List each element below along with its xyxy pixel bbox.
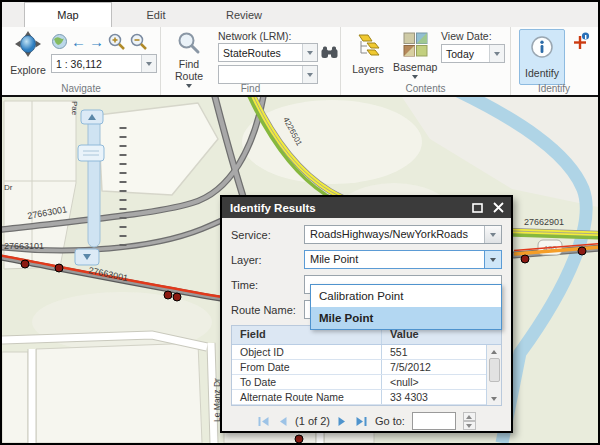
maximize-button[interactable] — [469, 201, 485, 215]
application-window: Map Edit Review Explore — [0, 0, 600, 445]
table-row[interactable]: Alternate Route Name 33 4303 — [232, 390, 486, 405]
map-view: 490 27663001 27663101 27663001 — [2, 95, 598, 443]
close-button[interactable] — [490, 201, 506, 215]
dialog-title: Identify Results — [230, 202, 316, 214]
identify-button[interactable]: Identify — [519, 29, 565, 85]
page-indicator: (1 of 2) — [295, 415, 330, 427]
spinner-down-button[interactable] — [463, 421, 476, 430]
basemap-dropdown-caret — [412, 75, 418, 79]
attribute-table: Field Value Object ID 551 From Date — [231, 325, 502, 406]
service-dropdown-arrow[interactable] — [484, 226, 501, 243]
dropdown-option-calibration-point[interactable]: Calibration Point — [311, 285, 501, 307]
identify-results-dialog: Identify Results Service: RoadsHighways/… — [220, 195, 513, 433]
next-record-button[interactable] — [337, 415, 348, 428]
explore-label: Explore — [8, 64, 48, 76]
previous-record-button[interactable] — [277, 415, 288, 428]
route-combobox[interactable] — [218, 65, 318, 84]
zoom-out-icon[interactable] — [129, 32, 148, 51]
dropdown-option-mile-point[interactable]: Mile Point — [311, 307, 501, 329]
explore-button[interactable]: Explore — [8, 30, 48, 76]
previous-extent-icon[interactable]: ← — [71, 33, 86, 50]
city-block — [36, 343, 202, 443]
next-extent-icon[interactable]: → — [89, 33, 104, 50]
basemap-label: Basemap — [393, 61, 437, 73]
full-extent-globe-icon[interactable] — [51, 33, 68, 50]
road-label-right: 27662901 — [524, 217, 564, 227]
network-value: StateRoutes — [219, 47, 302, 59]
table-row[interactable]: Object ID 551 — [232, 345, 486, 360]
basemap-button[interactable]: Basemap — [393, 32, 437, 79]
group-label-contents: Contents — [341, 83, 510, 94]
network-lrm-label: Network (LRM): — [218, 30, 292, 42]
basemap-icon — [403, 32, 428, 57]
binoculars-search-icon[interactable] — [321, 45, 338, 60]
service-combobox[interactable]: RoadsHighways/NewYorkRoads — [304, 225, 502, 244]
field-cell: Alternate Route Name — [232, 390, 382, 404]
table-rows: Object ID 551 From Date 7/5/2012 To Date… — [232, 345, 486, 405]
network-dropdown-arrow[interactable] — [302, 44, 317, 61]
value-cell: 551 — [382, 345, 486, 359]
explore-icon — [14, 30, 42, 58]
service-label: Service: — [231, 229, 304, 241]
identify-icon — [530, 35, 554, 59]
map-scale-combobox[interactable]: 1 : 36,112 — [51, 54, 157, 73]
layer-combobox[interactable]: Mile Point — [304, 250, 502, 269]
table-scrollbar[interactable] — [486, 345, 501, 405]
group-navigate: Explore ← → — [2, 27, 161, 95]
goto-record-input[interactable] — [412, 412, 456, 430]
map-scale-value: 1 : 36,112 — [52, 58, 141, 70]
first-record-button[interactable] — [257, 415, 270, 428]
value-cell: 7/5/2012 — [382, 360, 486, 374]
time-label: Time: — [231, 279, 304, 291]
view-date-value: Today — [442, 48, 489, 60]
slider-track[interactable] — [88, 112, 100, 247]
value-cell: <null> — [382, 375, 486, 389]
street-label-p: Pae — [70, 101, 79, 116]
last-record-button[interactable] — [355, 415, 368, 428]
find-route-button[interactable]: Find Route — [168, 31, 210, 88]
group-label-find: Find — [161, 83, 340, 94]
find-route-label-2: Route — [168, 70, 210, 82]
group-find: Find Route Network (LRM): StateRoutes Fi… — [161, 27, 341, 95]
tab-edit[interactable]: Edit — [112, 2, 200, 27]
slider-thumb[interactable] — [78, 145, 104, 161]
view-date-dropdown-arrow[interactable] — [489, 45, 504, 62]
close-icon — [493, 202, 504, 213]
goto-label: Go to: — [375, 415, 405, 427]
street-label-dr: Dr — [4, 183, 13, 192]
record-pager: (1 of 2) Go to: — [231, 412, 502, 430]
layer-dropdown-list: Calibration Point Mile Point — [310, 284, 502, 330]
city-block — [2, 352, 28, 443]
scrollbar-thumb[interactable] — [489, 358, 500, 382]
scroll-up-button[interactable] — [487, 345, 501, 358]
crosshair-info-icon[interactable] — [572, 32, 590, 50]
maximize-icon — [472, 203, 483, 213]
layers-icon — [355, 32, 381, 58]
layers-label: Layers — [349, 63, 387, 75]
land-patch — [242, 100, 422, 184]
road-label-left-lower: 27663101 — [4, 241, 44, 251]
value-cell: 33 4303 — [382, 390, 486, 404]
group-label-navigate: Navigate — [2, 83, 160, 94]
scroll-down-button[interactable] — [487, 392, 501, 405]
network-combobox[interactable]: StateRoutes — [218, 43, 318, 62]
dialog-titlebar[interactable]: Identify Results — [222, 197, 511, 218]
view-date-label: View Date: — [441, 30, 492, 42]
find-route-label-1: Find — [168, 58, 210, 70]
layer-dropdown-arrow[interactable] — [484, 251, 501, 268]
view-date-combobox[interactable]: Today — [441, 44, 505, 63]
route-dropdown-arrow[interactable] — [302, 66, 317, 83]
zoom-in-icon[interactable] — [107, 32, 126, 51]
tab-map[interactable]: Map — [24, 2, 112, 27]
ribbon-toolbar: Explore ← → — [2, 27, 598, 95]
map-scale-dropdown-arrow[interactable] — [141, 55, 156, 72]
ribbon-tabstrip: Map Edit Review — [2, 2, 598, 27]
table-row[interactable]: From Date 7/5/2012 — [232, 360, 486, 375]
group-label-identify: Identify — [511, 83, 597, 94]
layers-button[interactable]: Layers — [349, 32, 387, 75]
spinner-up-button[interactable] — [463, 412, 476, 421]
table-row[interactable]: To Date <null> — [232, 375, 486, 390]
field-cell: To Date — [232, 375, 382, 389]
field-cell: From Date — [232, 360, 382, 374]
tab-review[interactable]: Review — [200, 2, 288, 27]
